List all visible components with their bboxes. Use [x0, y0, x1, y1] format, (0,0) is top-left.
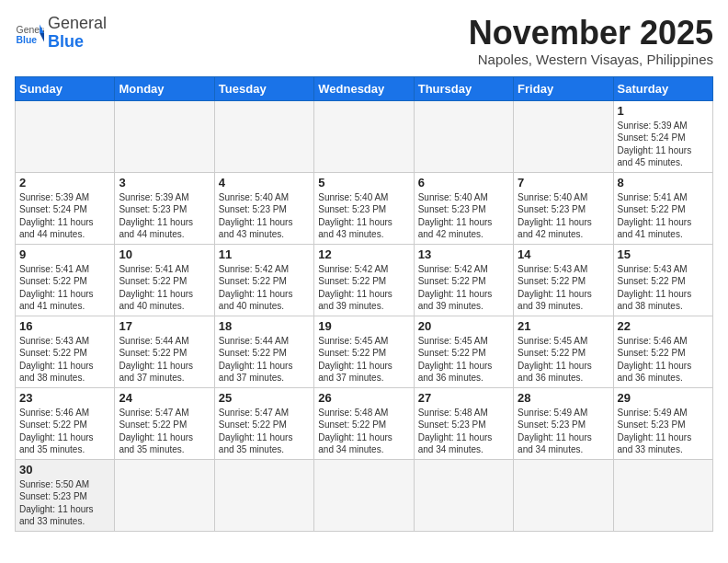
calendar-day-cell: 30Sunrise: 5:50 AM Sunset: 5:23 PM Dayli…	[16, 459, 115, 531]
calendar-day-cell: 7Sunrise: 5:40 AM Sunset: 5:23 PM Daylig…	[514, 172, 613, 244]
calendar-day-cell	[414, 459, 513, 531]
day-number: 12	[318, 247, 409, 261]
calendar-day-cell: 17Sunrise: 5:44 AM Sunset: 5:22 PM Dayli…	[115, 316, 214, 387]
day-info: Sunrise: 5:40 AM Sunset: 5:23 PM Dayligh…	[219, 191, 310, 241]
calendar-day-cell	[314, 459, 414, 531]
calendar-day-cell: 3Sunrise: 5:39 AM Sunset: 5:23 PM Daylig…	[115, 172, 214, 244]
calendar-day-cell: 25Sunrise: 5:47 AM Sunset: 5:22 PM Dayli…	[214, 387, 313, 459]
calendar-day-cell: 9Sunrise: 5:41 AM Sunset: 5:22 PM Daylig…	[16, 244, 115, 316]
calendar-day-cell: 22Sunrise: 5:46 AM Sunset: 5:22 PM Dayli…	[613, 316, 712, 387]
calendar-week-row: 2Sunrise: 5:39 AM Sunset: 5:24 PM Daylig…	[16, 172, 713, 244]
day-info: Sunrise: 5:40 AM Sunset: 5:23 PM Dayligh…	[418, 191, 509, 241]
day-number: 13	[418, 247, 509, 261]
calendar-day-cell	[514, 100, 613, 172]
day-number: 20	[418, 319, 509, 333]
day-info: Sunrise: 5:39 AM Sunset: 5:24 PM Dayligh…	[19, 191, 110, 241]
calendar-week-row: 16Sunrise: 5:43 AM Sunset: 5:22 PM Dayli…	[16, 316, 713, 387]
calendar-day-cell: 27Sunrise: 5:48 AM Sunset: 5:23 PM Dayli…	[414, 387, 513, 459]
calendar-day-cell: 29Sunrise: 5:49 AM Sunset: 5:23 PM Dayli…	[613, 387, 712, 459]
day-info: Sunrise: 5:46 AM Sunset: 5:22 PM Dayligh…	[19, 407, 110, 456]
day-number: 14	[518, 247, 609, 261]
day-info: Sunrise: 5:43 AM Sunset: 5:22 PM Dayligh…	[518, 263, 609, 313]
calendar-day-cell: 21Sunrise: 5:45 AM Sunset: 5:22 PM Dayli…	[514, 316, 613, 387]
weekday-header-row: SundayMondayTuesdayWednesdayThursdayFrid…	[16, 76, 713, 100]
day-info: Sunrise: 5:43 AM Sunset: 5:22 PM Dayligh…	[618, 263, 709, 313]
svg-text:Blue: Blue	[17, 35, 38, 45]
calendar-week-row: 30Sunrise: 5:50 AM Sunset: 5:23 PM Dayli…	[16, 459, 713, 531]
day-info: Sunrise: 5:44 AM Sunset: 5:22 PM Dayligh…	[219, 335, 310, 385]
day-number: 2	[19, 176, 110, 190]
calendar-day-cell	[214, 459, 313, 531]
day-info: Sunrise: 5:42 AM Sunset: 5:22 PM Dayligh…	[418, 263, 509, 313]
calendar-day-cell	[314, 100, 414, 172]
day-number: 29	[618, 391, 709, 405]
calendar-day-cell: 28Sunrise: 5:49 AM Sunset: 5:23 PM Dayli…	[514, 387, 613, 459]
calendar-day-cell	[414, 100, 513, 172]
day-info: Sunrise: 5:43 AM Sunset: 5:22 PM Dayligh…	[19, 335, 110, 385]
day-info: Sunrise: 5:50 AM Sunset: 5:23 PM Dayligh…	[19, 478, 110, 528]
day-info: Sunrise: 5:47 AM Sunset: 5:22 PM Dayligh…	[219, 407, 310, 456]
day-info: Sunrise: 5:40 AM Sunset: 5:23 PM Dayligh…	[318, 191, 409, 241]
calendar-day-cell	[514, 459, 613, 531]
day-number: 28	[518, 391, 609, 405]
day-info: Sunrise: 5:42 AM Sunset: 5:22 PM Dayligh…	[318, 263, 409, 313]
weekday-header-monday: Monday	[115, 76, 214, 100]
calendar-day-cell: 23Sunrise: 5:46 AM Sunset: 5:22 PM Dayli…	[16, 387, 115, 459]
calendar-day-cell: 2Sunrise: 5:39 AM Sunset: 5:24 PM Daylig…	[16, 172, 115, 244]
calendar-day-cell	[16, 100, 115, 172]
weekday-header-sunday: Sunday	[16, 76, 115, 100]
day-info: Sunrise: 5:45 AM Sunset: 5:22 PM Dayligh…	[418, 335, 509, 385]
day-info: Sunrise: 5:41 AM Sunset: 5:22 PM Dayligh…	[119, 263, 210, 313]
day-info: Sunrise: 5:45 AM Sunset: 5:22 PM Dayligh…	[318, 335, 409, 385]
day-number: 22	[618, 319, 709, 333]
calendar-day-cell: 16Sunrise: 5:43 AM Sunset: 5:22 PM Dayli…	[16, 316, 115, 387]
calendar-week-row: 1Sunrise: 5:39 AM Sunset: 5:24 PM Daylig…	[16, 100, 713, 172]
logo-icon: General Blue	[15, 18, 44, 48]
header: General Blue General Blue November 2025 …	[15, 15, 713, 67]
calendar-day-cell	[115, 459, 214, 531]
day-number: 21	[518, 319, 609, 333]
calendar-day-cell: 4Sunrise: 5:40 AM Sunset: 5:23 PM Daylig…	[214, 172, 313, 244]
day-info: Sunrise: 5:41 AM Sunset: 5:22 PM Dayligh…	[19, 263, 110, 313]
weekday-header-friday: Friday	[514, 76, 613, 100]
day-number: 3	[119, 176, 210, 190]
day-info: Sunrise: 5:42 AM Sunset: 5:22 PM Dayligh…	[219, 263, 310, 313]
day-number: 27	[418, 391, 509, 405]
calendar-day-cell: 19Sunrise: 5:45 AM Sunset: 5:22 PM Dayli…	[314, 316, 414, 387]
calendar-day-cell: 11Sunrise: 5:42 AM Sunset: 5:22 PM Dayli…	[214, 244, 313, 316]
day-info: Sunrise: 5:49 AM Sunset: 5:23 PM Dayligh…	[618, 407, 709, 456]
day-number: 4	[219, 176, 310, 190]
day-info: Sunrise: 5:41 AM Sunset: 5:22 PM Dayligh…	[618, 191, 709, 241]
day-number: 26	[318, 391, 409, 405]
day-info: Sunrise: 5:44 AM Sunset: 5:22 PM Dayligh…	[119, 335, 210, 385]
calendar-day-cell: 24Sunrise: 5:47 AM Sunset: 5:22 PM Dayli…	[115, 387, 214, 459]
day-info: Sunrise: 5:48 AM Sunset: 5:22 PM Dayligh…	[318, 407, 409, 456]
day-number: 23	[19, 391, 110, 405]
calendar-day-cell: 13Sunrise: 5:42 AM Sunset: 5:22 PM Dayli…	[414, 244, 513, 316]
calendar-day-cell: 1Sunrise: 5:39 AM Sunset: 5:24 PM Daylig…	[613, 100, 712, 172]
title-area: November 2025 Napoles, Western Visayas, …	[469, 15, 713, 67]
day-info: Sunrise: 5:40 AM Sunset: 5:23 PM Dayligh…	[518, 191, 609, 241]
day-number: 30	[19, 463, 110, 477]
day-number: 11	[219, 247, 310, 261]
calendar-day-cell	[214, 100, 313, 172]
day-number: 18	[219, 319, 310, 333]
calendar-day-cell: 18Sunrise: 5:44 AM Sunset: 5:22 PM Dayli…	[214, 316, 313, 387]
day-number: 16	[19, 319, 110, 333]
day-number: 7	[518, 176, 609, 190]
calendar-week-row: 9Sunrise: 5:41 AM Sunset: 5:22 PM Daylig…	[16, 244, 713, 316]
day-number: 1	[618, 104, 709, 118]
weekday-header-saturday: Saturday	[613, 76, 712, 100]
day-info: Sunrise: 5:45 AM Sunset: 5:22 PM Dayligh…	[518, 335, 609, 385]
calendar-day-cell: 15Sunrise: 5:43 AM Sunset: 5:22 PM Dayli…	[613, 244, 712, 316]
day-info: Sunrise: 5:47 AM Sunset: 5:22 PM Dayligh…	[119, 407, 210, 456]
logo-text: General Blue	[48, 15, 107, 52]
svg-marker-3	[40, 33, 44, 42]
day-info: Sunrise: 5:49 AM Sunset: 5:23 PM Dayligh…	[518, 407, 609, 456]
day-number: 10	[119, 247, 210, 261]
day-info: Sunrise: 5:39 AM Sunset: 5:24 PM Dayligh…	[618, 120, 709, 169]
day-number: 9	[19, 247, 110, 261]
calendar-day-cell	[115, 100, 214, 172]
day-number: 5	[318, 176, 409, 190]
day-info: Sunrise: 5:39 AM Sunset: 5:23 PM Dayligh…	[119, 191, 210, 241]
